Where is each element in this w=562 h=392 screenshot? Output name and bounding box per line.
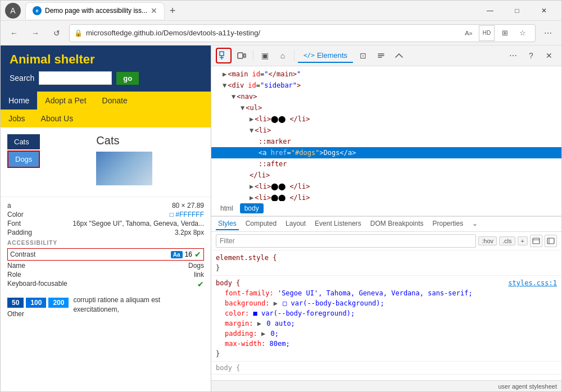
active-tab[interactable]: e Demo page with accessibility iss... ✕ — [25, 2, 165, 19]
role-label: Role — [7, 271, 21, 279]
contrast-row: Contrast Aa 16 ✔ — [7, 248, 204, 261]
html-tab[interactable]: html — [216, 203, 238, 213]
nav-menu: Home Adopt a Pet Donate — [1, 92, 211, 110]
dom-line-li2[interactable]: ▼<li> — [211, 125, 561, 136]
css-prop-padding: padding: ▶ 0; — [216, 329, 557, 339]
console-icon[interactable]: ⊡ — [355, 48, 371, 63]
device-emulation-icon[interactable] — [234, 48, 250, 63]
tab-dogs[interactable]: Dogs — [7, 151, 40, 168]
tab-styles[interactable]: Styles — [216, 218, 239, 230]
color-value: □ #FFFFFF — [170, 211, 204, 218]
css-prop-max-width: max-width: 80em; — [216, 339, 557, 349]
forward-button[interactable]: → — [26, 24, 44, 42]
nav-item-adopt[interactable]: Adopt a Pet — [37, 92, 94, 110]
elements-icon: </> — [303, 52, 315, 59]
filter-row: :hov .cls + — [211, 232, 561, 250]
close-button[interactable]: ✕ — [531, 1, 557, 21]
dom-line-li1[interactable]: ▶<li>⬤⬤ </li> — [211, 113, 561, 125]
minimize-button[interactable]: — — [477, 1, 503, 21]
role-value: link — [194, 271, 204, 279]
filter-input[interactable] — [216, 234, 476, 248]
sidebar-toggle-icon[interactable]: ▣ — [257, 48, 273, 63]
read-aloud-icon[interactable]: A» — [461, 25, 477, 41]
new-tab-button[interactable]: + — [165, 3, 180, 19]
more-icon: ⋯ — [544, 29, 552, 38]
browser-window: A e Demo page with accessibility iss... … — [0, 0, 562, 392]
color-row: Color □ #FFFFFF — [7, 211, 204, 218]
padding-row: Padding 3.2px 8px — [7, 229, 204, 236]
css-link-styles[interactable]: styles.css:1 — [508, 278, 557, 288]
nav-item-home[interactable]: Home — [1, 92, 37, 110]
tab-dom-breakpoints[interactable]: DOM Breakpoints — [368, 218, 426, 230]
badge-100[interactable]: 100 — [26, 298, 46, 308]
style-icon-2[interactable] — [545, 235, 557, 247]
profile-avatar[interactable]: A — [5, 3, 21, 19]
home-icon[interactable]: ⌂ — [275, 48, 291, 63]
devtools-more: ⋯ ? ✕ — [505, 48, 557, 63]
body-tab[interactable]: body — [240, 203, 264, 213]
tab-properties[interactable]: Properties — [430, 218, 466, 230]
add-tab-icon[interactable]: ⊞ — [497, 25, 513, 41]
minimize-icon: — — [487, 7, 493, 15]
dom-line-nav[interactable]: ▼<nav> — [211, 91, 561, 102]
accessibility-section-title: ACCESSIBILITY — [7, 240, 204, 246]
shelter-title: Animal shelter — [10, 52, 202, 67]
lock-icon: 🔒 — [74, 29, 83, 37]
shelter-header: Animal shelter Search go — [1, 45, 211, 92]
padding-label: Padding — [7, 229, 32, 236]
style-icon-1[interactable] — [530, 235, 542, 247]
sources-icon[interactable] — [373, 48, 389, 63]
inspect-element-icon[interactable] — [216, 48, 232, 63]
cls-button[interactable]: .cls — [499, 236, 515, 245]
dom-line-a-dogs[interactable]: <a href="#dogs">Dogs</a> — [211, 147, 561, 158]
network-icon[interactable] — [391, 48, 407, 63]
search-input[interactable] — [39, 71, 112, 85]
nav-item-jobs[interactable]: Jobs — [1, 110, 33, 127]
svg-rect-4 — [244, 54, 246, 57]
tab-layout[interactable]: Layout — [283, 218, 308, 230]
dom-line-li3[interactable]: ▶<li>⬤⬤ </li> — [211, 181, 561, 192]
favorites-icon[interactable]: ☆ — [515, 25, 531, 41]
elements-label: Elements — [317, 51, 347, 60]
tab-close-button[interactable]: ✕ — [151, 6, 157, 15]
other-label: Other — [7, 310, 69, 318]
bottom-badges-column: 50 100 200 Other — [7, 293, 69, 318]
devtools-more-button[interactable]: ⋯ — [505, 48, 521, 63]
hov-button[interactable]: :hov — [478, 236, 497, 245]
url-bar[interactable]: 🔒 microsoftedge.github.io/Demos/devtools… — [69, 24, 536, 42]
keyboard-check-icon: ✔ — [197, 280, 204, 289]
css-prop-margin: margin: ▶ 0 auto; — [216, 318, 557, 329]
dom-line-after[interactable]: ::after — [211, 158, 561, 170]
browser-more-button[interactable]: ⋯ — [539, 24, 557, 42]
dom-line-li-close[interactable]: </li> — [211, 170, 561, 181]
nav-item-donate[interactable]: Donate — [94, 92, 135, 110]
contrast-label: Contrast — [10, 250, 35, 258]
hd-icon[interactable]: HD — [479, 25, 495, 41]
devtools-help-button[interactable]: ? — [523, 48, 539, 63]
tab-cats[interactable]: Cats — [7, 134, 40, 149]
add-style-button[interactable]: + — [518, 236, 528, 245]
refresh-button[interactable]: ↺ — [48, 24, 66, 42]
window-controls: — □ ✕ — [477, 1, 557, 21]
dom-line-sidebar[interactable]: ▼<div id="sidebar"> — [211, 80, 561, 91]
tab-event-listeners[interactable]: Event Listeners — [312, 218, 364, 230]
back-button[interactable]: ← — [5, 24, 23, 42]
dom-line-marker[interactable]: ::marker — [211, 136, 561, 147]
elements-tab[interactable]: </> Elements — [298, 49, 353, 63]
toolbar-separator-2 — [294, 50, 294, 61]
nav-item-aboutus[interactable]: About Us — [33, 110, 81, 127]
css-selector-element: element.style { — [216, 253, 557, 263]
tab-more-chevron[interactable]: ⌄ — [470, 218, 480, 230]
tab-computed[interactable]: Computed — [243, 218, 279, 230]
go-button[interactable]: go — [116, 72, 139, 85]
devtools-close-button[interactable]: ✕ — [541, 48, 557, 63]
badge-200[interactable]: 200 — [48, 298, 69, 308]
search-bar: Search go — [10, 71, 202, 85]
status-text: user agent stylesheet — [498, 383, 557, 390]
restore-button[interactable]: □ — [504, 1, 530, 21]
badge-50[interactable]: 50 — [7, 298, 24, 308]
dom-line-main[interactable]: ▶<main id="</main>" — [211, 69, 561, 80]
toolbar-separator-1 — [253, 50, 253, 61]
dom-line-ul[interactable]: ▼<ul> — [211, 102, 561, 113]
dom-line-li4[interactable]: ▶<li>⬤⬤ </li> — [211, 192, 561, 201]
